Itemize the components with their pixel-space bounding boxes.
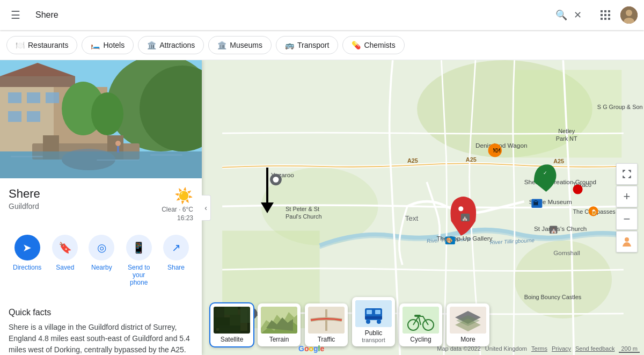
share-arrow-icon: ↗ — [172, 241, 181, 254]
category-pill-hotels[interactable]: 🛏️ Hotels — [82, 36, 134, 54]
svg-text:Gomshall: Gomshall — [553, 249, 580, 256]
layer-more[interactable]: More — [447, 303, 489, 346]
svg-text:Netley: Netley — [558, 128, 575, 134]
privacy-link[interactable]: Privacy — [552, 345, 571, 353]
category-pill-chemists[interactable]: 💊 Chemists — [342, 36, 404, 54]
svg-rect-128 — [367, 310, 372, 314]
close-icon[interactable]: ✕ — [572, 7, 584, 23]
nearby-label: Nearby — [91, 264, 112, 271]
copyright-text: Map data ©2022 — [437, 345, 481, 353]
weather-info: ☀️ Clear · 6°C 16:23 — [162, 187, 193, 222]
layer-terrain[interactable]: Terrain — [258, 303, 301, 346]
svg-text:Text: Text — [405, 214, 418, 222]
category-pill-restaurants[interactable]: 🍽️ Restaurants — [6, 36, 77, 54]
hero-image[interactable] — [0, 60, 202, 178]
category-label-hotels: Hotels — [103, 41, 125, 49]
svg-text:S G Group & Son: S G Group & Son — [597, 104, 643, 110]
svg-text:Denis food Wagon: Denis food Wagon — [475, 142, 528, 149]
chevron-left-icon: ‹ — [204, 204, 207, 212]
svg-text:✓: ✓ — [543, 170, 547, 176]
svg-rect-3 — [601, 14, 603, 16]
svg-rect-133 — [402, 307, 439, 334]
quick-facts-text: Shere is a village in the Guildford dist… — [9, 322, 193, 355]
svg-rect-33 — [150, 154, 182, 156]
svg-rect-4 — [604, 14, 606, 16]
category-pill-museums[interactable]: 🏛️ Museums — [208, 36, 272, 54]
map-area[interactable]: River Tillingbourne River Tillingbourne — [202, 60, 644, 355]
nearby-button[interactable]: ◎ Nearby — [84, 230, 119, 291]
transport-label-sub: transport — [362, 337, 385, 343]
place-name: Shere — [9, 187, 40, 201]
category-pill-transport[interactable]: 🚌 Transport — [276, 36, 338, 54]
send-feedback-link[interactable]: Send feedback — [575, 345, 614, 353]
terrain-thumb — [261, 307, 297, 334]
category-label-attractions: Attractions — [159, 41, 195, 49]
svg-rect-6 — [601, 18, 603, 20]
svg-rect-21 — [46, 92, 59, 103]
phone-icon: 📱 — [132, 241, 145, 254]
share-button[interactable]: ↗ Share — [159, 230, 193, 291]
terrain-label: Terrain — [269, 336, 289, 343]
svg-rect-123 — [219, 325, 240, 334]
transport-icon: 🚌 — [285, 41, 294, 49]
avatar[interactable] — [620, 6, 638, 24]
quick-facts-title: Quick facts — [9, 308, 193, 317]
collapse-panel-button[interactable]: ‹ — [202, 195, 211, 221]
svg-point-130 — [366, 320, 370, 324]
museum-icon: 🏛️ — [217, 41, 226, 49]
svg-rect-22 — [8, 111, 21, 122]
search-box: Shere 🔍 ✕ — [29, 4, 590, 26]
category-pill-attractions[interactable]: 🏛️ Attractions — [138, 36, 204, 54]
place-subtitle: Guildford — [9, 202, 40, 211]
restaurant-icon: 🍽️ — [16, 41, 25, 49]
layer-satellite[interactable]: Satellite — [210, 303, 253, 346]
cycling-label: Cycling — [410, 336, 431, 343]
svg-point-113 — [573, 184, 582, 194]
svg-text:A25: A25 — [466, 156, 477, 163]
saved-button[interactable]: 🔖 Saved — [48, 230, 82, 291]
send-icon-circle: 📱 — [126, 235, 152, 260]
category-label-museums: Museums — [230, 41, 262, 49]
apps-icon[interactable] — [595, 4, 616, 26]
fullscreen-button[interactable] — [616, 163, 638, 185]
svg-text:Boing Bouncy Castles: Boing Bouncy Castles — [524, 294, 582, 300]
svg-text:Park NT: Park NT — [556, 135, 577, 142]
layer-traffic[interactable]: Traffic — [305, 303, 348, 346]
more-thumb — [450, 307, 486, 334]
street-view-button[interactable] — [616, 231, 638, 252]
svg-rect-124 — [261, 307, 297, 334]
arrow-head — [261, 202, 274, 213]
more-label: More — [460, 336, 475, 343]
svg-point-141 — [625, 237, 629, 242]
zoom-out-button[interactable]: − — [616, 208, 638, 230]
svg-point-25 — [91, 92, 123, 135]
map-layers-panel: Satellite Terrain — [210, 297, 489, 346]
satellite-label: Satellite — [221, 336, 244, 343]
send-to-phone-button[interactable]: 📱 Send to your phone — [121, 230, 157, 291]
layer-cycling[interactable]: Cycling — [399, 303, 442, 346]
weather-time: 16:23 — [177, 214, 193, 222]
traffic-thumb — [308, 307, 345, 334]
directions-button[interactable]: ➤ Directions — [9, 230, 46, 291]
svg-rect-20 — [27, 92, 40, 103]
share-label: Share — [167, 264, 185, 271]
search-icon[interactable]: 🔍 — [553, 7, 569, 23]
action-buttons: ➤ Directions 🔖 Saved ◎ Nearby 📱 — [0, 226, 202, 299]
arrow-shaft — [266, 168, 268, 202]
map-background: River Tillingbourne River Tillingbourne — [202, 60, 644, 355]
nearby-location-icon: ◎ — [97, 241, 106, 254]
zoom-in-button[interactable]: + — [616, 186, 638, 207]
svg-text:St Peter & St: St Peter & St — [286, 206, 319, 212]
transport-label: Public — [365, 329, 383, 337]
terms-link[interactable]: Terms — [531, 345, 547, 353]
svg-point-110 — [273, 177, 279, 183]
svg-rect-17 — [0, 76, 75, 87]
layer-public-transport[interactable]: Public transport — [352, 297, 395, 346]
saved-icon-circle: 🔖 — [52, 235, 78, 260]
svg-rect-132 — [365, 316, 382, 319]
svg-rect-122 — [240, 307, 250, 323]
svg-text:A25: A25 — [553, 158, 564, 164]
hamburger-icon[interactable]: ☰ — [6, 4, 25, 26]
weather-icon: ☀️ — [174, 187, 193, 205]
saved-label: Saved — [56, 264, 74, 271]
